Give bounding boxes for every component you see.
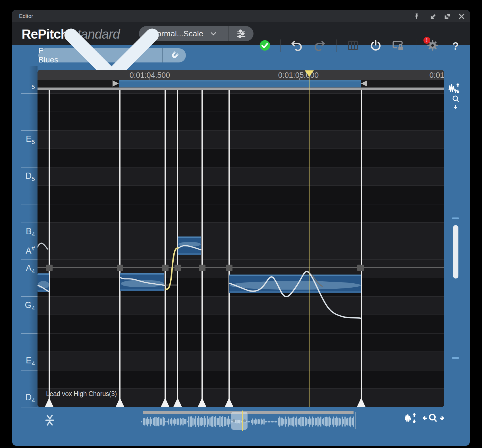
waveform-overview[interactable] bbox=[141, 410, 356, 431]
pitch-row-divider bbox=[21, 407, 38, 407]
split-note-button[interactable] bbox=[44, 413, 55, 427]
pitch-row-divider bbox=[21, 259, 38, 260]
pitch-row-divider bbox=[21, 167, 38, 168]
edited-pitch-curve bbox=[166, 248, 179, 289]
pitch-row-divider bbox=[21, 278, 38, 278]
loop-end-marker[interactable] bbox=[361, 80, 367, 87]
pitch-row-divider bbox=[21, 389, 38, 389]
pitch-label-strip: 5E5D5B4A#A4G4E4D4 bbox=[18, 66, 38, 407]
vertical-scroll-thumb[interactable] bbox=[453, 225, 458, 279]
pitch-row-divider bbox=[21, 315, 38, 315]
overview-view-handle[interactable] bbox=[231, 412, 248, 430]
playhead-line[interactable] bbox=[309, 71, 309, 407]
scale-value: E Blues bbox=[38, 46, 61, 64]
snap-magnet-button[interactable] bbox=[162, 48, 186, 62]
pitch-row-divider bbox=[21, 186, 38, 186]
pitch-editor-panel: 0:01:04.500 0:01:05.000 0:01:05.500 Lead… bbox=[38, 70, 444, 407]
pitch-label: D5 bbox=[18, 171, 35, 182]
track-name-label: Lead vox High Chorus(3) bbox=[46, 390, 117, 398]
scale-capsule: E Blues bbox=[38, 48, 186, 62]
sliders-icon bbox=[236, 28, 247, 39]
pitch-curves bbox=[38, 90, 444, 407]
pitch-label: 5 bbox=[18, 79, 35, 90]
scroll-range-tick bbox=[452, 357, 459, 359]
horizontal-zoom-button[interactable] bbox=[423, 412, 444, 424]
pitch-row-divider bbox=[21, 296, 38, 297]
pitch-label: A4 bbox=[18, 263, 35, 275]
pitch-row-divider bbox=[21, 333, 38, 334]
pitch-row-divider bbox=[21, 130, 38, 131]
overview-waveform bbox=[141, 410, 356, 431]
overview-playhead bbox=[242, 411, 243, 431]
loop-row[interactable] bbox=[38, 80, 444, 87]
pitch-row-divider bbox=[21, 93, 38, 94]
detach-layout-icon[interactable] bbox=[443, 12, 452, 20]
toolbar: E Blues bbox=[12, 45, 470, 66]
handle-left-grip[interactable] bbox=[232, 419, 235, 422]
pitch-row-divider bbox=[21, 223, 38, 223]
timeline-ruler[interactable]: 0:01:04.500 0:01:05.000 0:01:05.500 bbox=[38, 70, 444, 80]
window-title: Editor bbox=[19, 13, 33, 19]
vertical-zoom-widget[interactable] bbox=[451, 89, 460, 110]
pitch-label: E4 bbox=[18, 355, 35, 367]
ruler-tick bbox=[149, 78, 149, 80]
dock-arrow-icon[interactable] bbox=[429, 12, 437, 20]
editor-window: Editor RePitchstandard Normal...Scale bbox=[12, 10, 470, 446]
scale-settings-button[interactable] bbox=[228, 26, 254, 41]
chevron-down-icon bbox=[211, 32, 216, 35]
pin-icon[interactable] bbox=[412, 12, 421, 20]
pitch-label: D4 bbox=[18, 392, 35, 404]
title-bar[interactable]: Editor bbox=[12, 10, 470, 22]
ruler-tick bbox=[299, 78, 300, 80]
pitch-label: E5 bbox=[18, 134, 35, 145]
pitch-row-divider bbox=[21, 204, 38, 204]
scroll-range-tick bbox=[452, 217, 459, 219]
alert-badge: ! bbox=[423, 37, 430, 44]
timestamp: 0:01:04.500 bbox=[130, 71, 170, 80]
close-icon[interactable] bbox=[457, 12, 466, 20]
pitch-row-divider bbox=[21, 370, 38, 370]
loop-selection-band[interactable] bbox=[119, 80, 361, 87]
pitch-row-divider bbox=[21, 352, 38, 352]
handle-right-grip[interactable] bbox=[243, 419, 246, 422]
timestamp: 0:01:05.500 bbox=[429, 71, 444, 80]
magnet-icon bbox=[169, 50, 180, 60]
vertical-zoom-waveform-button[interactable] bbox=[404, 412, 417, 425]
loop-start-marker[interactable] bbox=[113, 80, 119, 87]
plugin-screenshot: Editor RePitchstandard Normal...Scale bbox=[0, 0, 482, 448]
pitch-row-divider bbox=[21, 241, 38, 241]
pitch-label: G4 bbox=[18, 300, 35, 311]
horizontal-scrollbar[interactable] bbox=[38, 87, 444, 90]
pitch-row-divider bbox=[21, 149, 38, 149]
pitch-label: A# bbox=[18, 245, 35, 256]
pitch-label: B4 bbox=[18, 226, 35, 238]
pitch-row-divider bbox=[21, 112, 38, 112]
